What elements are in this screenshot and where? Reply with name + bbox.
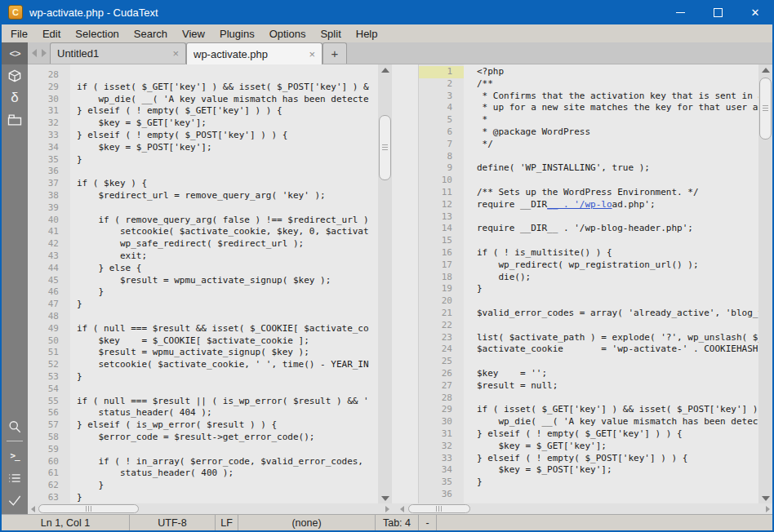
tab-untitled1[interactable]: Untitled1 × [50,42,186,64]
tab-label: wp-activate.php [194,48,304,60]
code-line [477,392,774,405]
scroll-right-icon[interactable] [385,506,389,512]
editor-pane-right[interactable]: 1234567891011121314151617181920212223242… [418,64,774,503]
code-line: if ( null === $result || ( is_wp_error( … [77,396,378,408]
line-number: 2 [419,78,464,91]
code-view[interactable]: if ( isset( $_GET['key'] ) && isset( $_P… [70,64,378,503]
line-number: 62 [28,480,70,492]
package-icon[interactable] [2,64,28,86]
tab-size-cell[interactable]: Tab: 4 [376,515,419,530]
tab-close-icon[interactable]: × [304,48,315,60]
menu-item-options[interactable]: Options [262,26,314,42]
scroll-left-icon[interactable] [31,506,35,512]
menu-item-view[interactable]: View [175,26,212,42]
list-icon[interactable] [2,467,28,489]
encoding-cell[interactable]: UTF-8 [130,515,216,530]
code-line: /** [477,78,774,91]
line-number: 42 [28,238,70,250]
editor-pane-left[interactable]: 2829303132333435363738394041424344454647… [28,64,378,503]
line-ends-cell[interactable]: LF [216,515,238,530]
line-number: 36 [28,166,70,178]
tabs-scroll-right-icon[interactable] [42,49,47,57]
scrollbar-thumb[interactable] [759,78,772,140]
code-line: } [77,299,378,311]
status-filler [437,515,772,530]
horizontal-scrollbar-right[interactable] [392,503,772,514]
window-title: wp-activate.php - CudaText [29,7,158,19]
line-number: 37 [28,178,70,190]
scroll-right-icon[interactable] [766,506,770,512]
windows-icon[interactable] [2,109,28,131]
code-view[interactable]: <?php/** * Confirms that the activation … [464,64,774,503]
tabs-scroll-left-icon[interactable] [32,49,37,57]
code-line: require __DIR__ . '/wp-blog-header.php'; [477,223,774,235]
line-number: 36 [419,489,464,501]
vertical-scrollbar-left[interactable] [378,64,392,503]
menu-item-plugins[interactable]: Plugins [212,26,262,42]
minimize-icon [676,12,685,13]
menu-item-edit[interactable]: Edit [35,26,68,42]
delta-icon[interactable]: δ [2,86,28,109]
scroll-down-icon[interactable] [381,496,389,501]
menu-item-split[interactable]: Split [313,26,348,42]
vertical-scrollbar-right[interactable] [758,64,772,503]
new-tab-button[interactable]: + [322,42,347,64]
code-icon[interactable]: <> [2,42,28,64]
code-line: if ( $key ) { [77,178,378,190]
maximize-icon [714,8,723,17]
line-number: 48 [28,311,70,323]
code-line: } [77,286,378,299]
menu-item-selection[interactable]: Selection [68,26,126,42]
selection-info-cell[interactable]: - [419,515,437,530]
line-number: 30 [28,94,70,106]
scroll-down-icon[interactable] [762,496,770,501]
code-line: if ( isset( $_GET['key'] ) && isset( $_P… [477,404,774,416]
close-button[interactable]: ✕ [736,0,774,24]
search-icon[interactable] [2,415,28,437]
scroll-left-icon[interactable] [400,506,404,512]
code-line: $key = $_GET['key']; [77,117,378,130]
code-line: } else { [77,263,378,275]
scrollbar-thumb[interactable] [38,504,139,513]
detected-link[interactable]: __ . '/wp-lo [547,199,612,210]
line-number: 31 [419,428,464,441]
menu-item-file[interactable]: File [3,26,35,42]
line-number: 28 [419,392,464,405]
minimize-button[interactable] [661,0,699,24]
code-line: $result = wpmu_activate_signup( $key ); [77,347,378,359]
sidebar-divider [7,441,23,441]
code-line: if ( null === $result && isset( $_COOKIE… [77,323,378,335]
scrollbar-thumb[interactable] [408,504,470,513]
line-number: 40 [28,215,70,227]
line-number: 39 [28,202,70,215]
line-number: 12 [419,199,464,211]
line-number: 11 [419,187,464,199]
line-number: 10 [419,175,464,187]
line-number: 26 [419,368,464,380]
code-line: } elseif ( is_wp_error( $result ) ) { [77,419,378,432]
line-number: 8 [419,151,464,163]
lexer-cell[interactable]: (none) [238,515,376,530]
scrollbar-thumb[interactable] [379,115,391,180]
scroll-up-icon[interactable] [762,68,770,73]
tab-close-icon[interactable]: × [167,47,179,60]
code-line [77,166,378,178]
menu-item-search[interactable]: Search [127,26,175,42]
horizontal-scrollbar-left[interactable] [28,503,392,514]
line-number: 58 [28,432,70,444]
terminal-icon[interactable]: >_ [2,445,28,467]
menu-item-help[interactable]: Help [349,26,385,42]
line-number: 25 [419,356,464,368]
line-number: 14 [419,223,464,235]
scroll-up-icon[interactable] [381,68,389,73]
code-line: wp_die( __( 'A key value mismatch has be… [477,416,774,428]
code-line: $error_code = $result->get_error_code(); [77,432,378,444]
caret-position-cell[interactable]: Ln 1, Col 1 [2,515,130,530]
check-icon[interactable] [2,489,28,511]
code-line: list( $activate_path ) = explode( '?', w… [477,332,774,344]
code-line [77,383,378,396]
line-number: 50 [28,335,70,348]
tab-wp-activate[interactable]: wp-activate.php × [186,42,322,64]
maximize-button[interactable] [699,0,736,24]
line-number: 54 [28,383,70,396]
